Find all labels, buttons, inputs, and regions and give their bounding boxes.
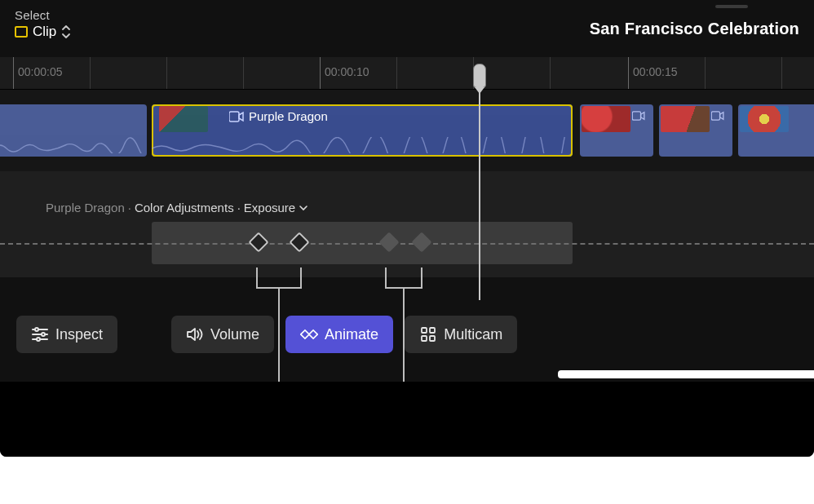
clip-icon xyxy=(15,26,28,38)
animate-button[interactable]: Animate xyxy=(285,316,393,353)
inspect-label: Inspect xyxy=(55,326,103,343)
svg-rect-0 xyxy=(229,112,239,122)
breadcrumb-separator: · xyxy=(237,201,241,214)
chevron-down-icon xyxy=(299,203,308,213)
keyframes-icon xyxy=(300,325,318,343)
zoom-slider[interactable] xyxy=(558,370,814,378)
svg-rect-12 xyxy=(430,328,435,333)
clip-selected[interactable]: Purple Dragon xyxy=(152,104,573,157)
clip-thumbnail xyxy=(661,106,710,132)
clip-next-2[interactable] xyxy=(659,104,732,157)
svg-point-6 xyxy=(35,328,38,331)
timeline[interactable]: Purple Dragon xyxy=(0,90,814,171)
svg-rect-2 xyxy=(711,112,719,120)
clip-previous[interactable] xyxy=(0,104,147,157)
grid-icon xyxy=(419,325,437,343)
clip-thumbnail xyxy=(159,106,208,132)
svg-rect-9 xyxy=(301,330,309,338)
editor-mode-buttons: Inspect Volume Animate Multicam xyxy=(16,310,798,359)
empty-area xyxy=(0,382,814,457)
breadcrumb-effect-param: Exposure xyxy=(244,201,295,214)
ruler-tick-label: 00:00:10 xyxy=(325,65,369,78)
clip-next-3[interactable] xyxy=(738,104,814,157)
project-title: San Francisco Celebration xyxy=(590,8,799,38)
callout-bracket xyxy=(256,267,302,289)
chevron-up-down-icon xyxy=(61,25,71,38)
breadcrumb-effect-group: Color Adjustments xyxy=(135,201,234,214)
playhead-line xyxy=(479,91,480,300)
svg-point-8 xyxy=(37,338,40,341)
svg-point-7 xyxy=(42,333,45,336)
breadcrumb-clip: Purple Dragon xyxy=(46,201,125,214)
camera-icon xyxy=(711,111,724,121)
clip-mode-label: Clip xyxy=(33,24,56,40)
animate-label: Animate xyxy=(325,326,378,343)
playhead[interactable] xyxy=(473,64,486,88)
speaker-icon xyxy=(186,325,204,343)
window-grip[interactable] xyxy=(715,5,748,8)
multicam-button[interactable]: Multicam xyxy=(405,316,517,353)
select-tool-label: Select xyxy=(15,8,71,22)
multicam-label: Multicam xyxy=(444,326,502,343)
header: Select Clip San Francisco Celebration xyxy=(0,0,814,57)
volume-label: Volume xyxy=(210,326,259,343)
svg-rect-14 xyxy=(430,336,435,341)
svg-rect-10 xyxy=(309,330,317,338)
ruler-tick-label: 00:00:05 xyxy=(18,65,63,78)
timeline-ruler[interactable]: 00:00:05 00:00:10 00:00:15 xyxy=(0,57,814,90)
callout-bracket xyxy=(385,267,422,289)
clip-next-1[interactable] xyxy=(580,104,653,157)
sliders-icon xyxy=(31,325,49,343)
volume-button[interactable]: Volume xyxy=(171,316,274,353)
ruler-tick-label: 00:00:15 xyxy=(633,65,678,78)
clip-mode-selector[interactable]: Clip xyxy=(15,24,71,40)
animation-breadcrumb[interactable]: Purple Dragon · Color Adjustments · Expo… xyxy=(46,201,308,214)
svg-rect-11 xyxy=(422,328,427,333)
breadcrumb-separator: · xyxy=(128,201,131,214)
camera-icon xyxy=(632,111,645,121)
svg-rect-1 xyxy=(632,112,640,120)
animate-lane: Purple Dragon · Color Adjustments · Expo… xyxy=(0,171,814,277)
clip-name-label: Purple Dragon xyxy=(249,109,328,123)
clip-thumbnail xyxy=(582,106,630,132)
camera-icon xyxy=(229,111,244,122)
clip-thumbnail xyxy=(740,106,789,132)
svg-rect-13 xyxy=(422,336,427,341)
inspect-button[interactable]: Inspect xyxy=(16,316,117,353)
